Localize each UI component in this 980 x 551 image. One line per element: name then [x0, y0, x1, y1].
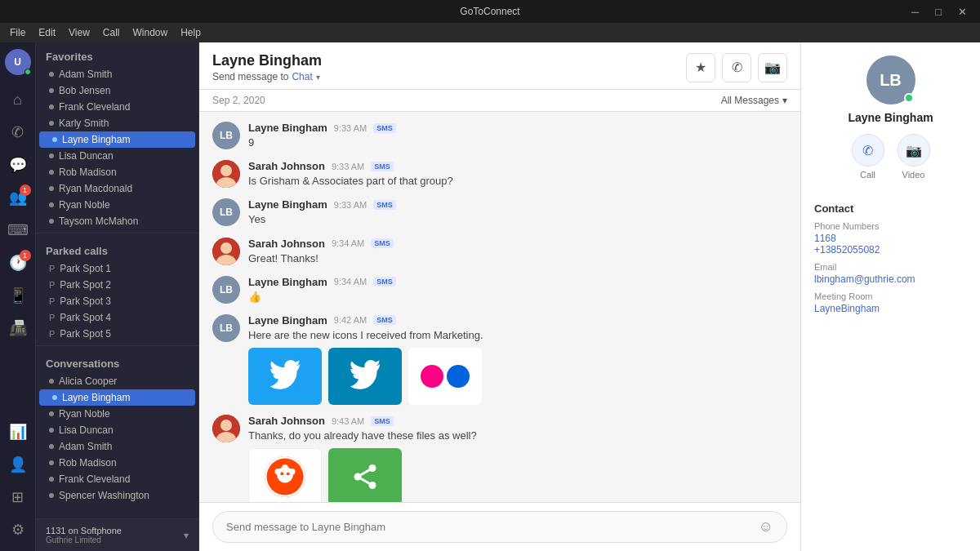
- sender-name: Sarah Johnson: [248, 160, 325, 172]
- chat-channel-selector[interactable]: Chat: [292, 71, 312, 82]
- status-dot: [52, 137, 57, 142]
- message-input-container[interactable]: ☺: [212, 511, 787, 543]
- history-nav-icon[interactable]: 🕐1: [3, 248, 33, 278]
- sidebar-item-park-spot-2[interactable]: PPark Spot 2: [36, 277, 198, 293]
- analytics-nav-icon[interactable]: 📊: [3, 417, 33, 447]
- message-filter-button[interactable]: All Messages ▾: [721, 95, 787, 106]
- status-dot: [49, 202, 54, 207]
- sidebar-item-karly-smith[interactable]: Karly Smith: [36, 115, 198, 131]
- phone-1-value[interactable]: 1168: [814, 233, 967, 244]
- call-action-icon: ✆: [852, 134, 884, 167]
- menu-file[interactable]: File: [3, 25, 32, 40]
- message-header: Layne Bingham 9:33 AM SMS: [248, 198, 787, 211]
- svg-point-13: [280, 473, 283, 476]
- message-header: Sarah Johnson 9:34 AM SMS: [248, 238, 787, 250]
- phone-2-value[interactable]: +13852055082: [814, 244, 967, 256]
- sidebar-item-rob-madison-conv[interactable]: Rob Madison: [36, 455, 198, 471]
- twitter-dark-icon: [328, 348, 402, 405]
- park-icon: P: [49, 329, 55, 339]
- section-divider-2: [36, 345, 198, 346]
- twitter-blue-icon: [248, 348, 322, 405]
- sidebar-item-park-spot-1[interactable]: PPark Spot 1: [36, 260, 198, 277]
- emoji-button[interactable]: ☺: [759, 518, 773, 535]
- svg-point-17: [282, 464, 288, 471]
- message-time: 9:43 AM: [332, 416, 364, 426]
- avatar: [212, 415, 240, 442]
- flickr-pink-dot: [421, 365, 443, 388]
- close-button[interactable]: ✕: [951, 4, 973, 20]
- sidebar-item-bob-jensen[interactable]: Bob Jensen: [36, 82, 198, 99]
- sidebar-item-lisa-duncan[interactable]: Lisa Duncan: [36, 148, 198, 164]
- svg-line-23: [361, 470, 369, 475]
- sidebar-item-layne-bingham-fav[interactable]: Layne Bingham: [39, 131, 195, 148]
- sidebar-item-adam-smith-conv[interactable]: Adam Smith: [36, 438, 198, 455]
- send-message-to-label: Send message to: [212, 71, 288, 82]
- fax-nav-icon[interactable]: 📠: [3, 313, 33, 343]
- settings-nav-icon[interactable]: ⚙: [3, 515, 33, 544]
- dialpad-nav-icon[interactable]: ⌨: [3, 216, 33, 245]
- maximize-button[interactable]: □: [929, 4, 948, 20]
- contacts-nav-icon[interactable]: 👥1: [3, 183, 33, 212]
- online-status-indicator: [24, 69, 31, 75]
- status-dot: [52, 395, 57, 400]
- apps-nav-icon[interactable]: ⊞: [3, 482, 33, 512]
- message-row: LB Layne Bingham 9:33 AM SMS 9: [212, 122, 787, 150]
- menu-window[interactable]: Window: [127, 25, 175, 40]
- avatar: [212, 238, 240, 265]
- sidebar-item-ryan-noble-fav[interactable]: Ryan Noble: [36, 197, 198, 213]
- message-text: 9: [248, 136, 787, 150]
- sidebar-item-park-spot-3[interactable]: PPark Spot 3: [36, 293, 198, 309]
- softphone-label: 1131 on Softphone: [46, 526, 122, 535]
- call-button[interactable]: ✆: [722, 53, 751, 82]
- sidebar-item-frank-cleveland-conv[interactable]: Frank Cleveland: [36, 471, 198, 487]
- contact-call-button[interactable]: ✆ Call: [852, 134, 884, 180]
- voicemail-nav-icon[interactable]: 📱: [3, 281, 33, 310]
- menu-view[interactable]: View: [62, 25, 96, 40]
- sidebar-item-layne-bingham-conv[interactable]: Layne Bingham: [39, 389, 195, 406]
- home-nav-icon[interactable]: ⌂: [3, 85, 33, 114]
- sidebar-item-lisa-duncan-conv[interactable]: Lisa Duncan: [36, 422, 198, 438]
- sms-badge: SMS: [373, 315, 396, 325]
- status-dot: [49, 460, 54, 465]
- sidebar-item-frank-cleveland[interactable]: Frank Cleveland: [36, 99, 198, 115]
- sidebar-item-taysom-mcmahon[interactable]: Taysom McMahon: [36, 213, 198, 229]
- meeting-room-field: Meeting Room LayneBingham: [814, 291, 967, 314]
- message-text: Yes: [248, 212, 787, 227]
- contact-video-button[interactable]: 📷 Video: [898, 134, 930, 180]
- sidebar-item-ryan-noble-conv[interactable]: Ryan Noble: [36, 406, 198, 422]
- sidebar-item-adam-smith[interactable]: Adam Smith: [36, 66, 198, 82]
- sender-name: Layne Bingham: [248, 276, 327, 288]
- menu-edit[interactable]: Edit: [32, 25, 62, 40]
- svg-point-21: [369, 482, 376, 489]
- svg-point-20: [354, 473, 362, 481]
- sidebar-item-park-spot-5[interactable]: PPark Spot 5: [36, 326, 198, 342]
- chat-nav-icon[interactable]: 💬: [3, 150, 33, 180]
- message-content: Layne Bingham 9:33 AM SMS Yes: [248, 198, 787, 227]
- sidebar-item-ryan-macdonald[interactable]: Ryan Macdonald: [36, 180, 198, 197]
- email-value[interactable]: lbingham@guthrie.com: [814, 273, 967, 285]
- menu-help[interactable]: Help: [174, 25, 207, 40]
- sidebar-item-rob-madison-fav[interactable]: Rob Madison: [36, 164, 198, 180]
- meeting-room-value[interactable]: LayneBingham: [814, 303, 967, 314]
- user-avatar[interactable]: U: [5, 49, 31, 75]
- video-button[interactable]: 📷: [758, 53, 787, 82]
- phone-nav-icon[interactable]: ✆: [3, 118, 33, 147]
- status-dot: [49, 186, 54, 191]
- sidebar-item-alicia-cooper[interactable]: Alicia Cooper: [36, 373, 198, 389]
- messages-toolbar: Sep 2, 2020 All Messages ▾: [199, 90, 800, 112]
- message-row: LB Layne Bingham 9:34 AM SMS 👍: [212, 276, 787, 304]
- message-text: Here are the new icons I received from M…: [248, 328, 787, 343]
- favorite-button[interactable]: ★: [686, 53, 715, 82]
- sidebar-item-spencer-washington[interactable]: Spencer Washington: [36, 487, 198, 504]
- sidebar-footer[interactable]: 1131 on Softphone Guthrie Limited ▾: [36, 518, 198, 551]
- minimize-button[interactable]: ─: [905, 4, 925, 20]
- menu-call[interactable]: Call: [96, 25, 127, 40]
- team-nav-icon[interactable]: 👤: [3, 450, 33, 479]
- share-svg: [350, 462, 380, 491]
- history-badge: 1: [20, 250, 31, 261]
- sidebar-item-park-spot-4[interactable]: PPark Spot 4: [36, 309, 198, 326]
- park-icon: P: [49, 264, 55, 273]
- app-body: U ⌂ ✆ 💬 👥1 ⌨ 🕐1 📱 📠 📊 👤 ⊞ ⚙ Favorites Ad…: [0, 42, 980, 551]
- message-time: 9:33 AM: [334, 200, 367, 210]
- message-input[interactable]: [226, 521, 759, 533]
